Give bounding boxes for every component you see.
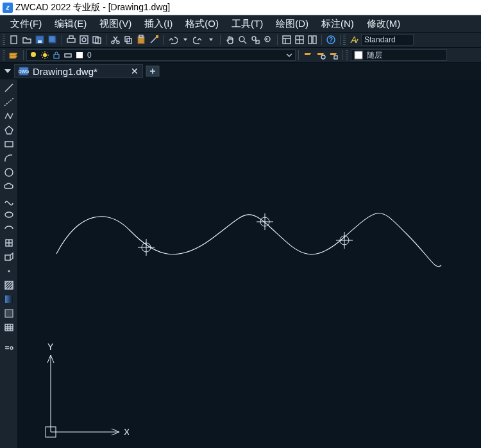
svg-rect-5 (67, 38, 75, 42)
new-tab-button[interactable] (146, 65, 160, 77)
linetype-combo[interactable]: 随层 (351, 49, 447, 61)
copy-button[interactable] (122, 33, 135, 46)
svg-rect-48 (5, 295, 13, 303)
help-button[interactable]: ? (325, 33, 337, 46)
match-props-button[interactable] (148, 33, 160, 46)
svg-point-51 (10, 347, 13, 349)
layer-iso-button[interactable] (314, 49, 327, 62)
document-tab[interactable]: DWG Drawing1.dwg* ✕ (14, 64, 143, 78)
ellipse-arc-tool[interactable] (2, 223, 16, 235)
text-style-field[interactable]: Standard (361, 34, 414, 46)
point-tool[interactable] (2, 265, 16, 277)
svg-point-46 (8, 270, 10, 272)
redo-dropdown[interactable] (205, 33, 217, 46)
layer-prev-button[interactable] (301, 49, 314, 62)
svg-rect-6 (69, 36, 73, 38)
polyline-tool[interactable] (2, 110, 16, 122)
saveas-button[interactable] (46, 33, 59, 46)
svg-point-34 (321, 55, 325, 59)
paste-button[interactable] (135, 33, 148, 46)
region-tool[interactable] (2, 308, 16, 319)
layer-name: 0 (87, 51, 92, 60)
properties-panel-button[interactable] (280, 33, 293, 46)
layer-walk-button[interactable] (327, 49, 340, 62)
circle-tool[interactable] (2, 167, 16, 178)
svg-point-8 (82, 38, 86, 42)
ellipse-tool[interactable] (2, 209, 16, 220)
color-bylayer-icon (354, 51, 363, 60)
polygon-tool[interactable] (2, 124, 16, 136)
layer-properties-button[interactable] (8, 49, 21, 62)
menu-insert[interactable]: 插入(I) (138, 17, 179, 31)
svg-rect-7 (80, 36, 88, 44)
insert-block-tool[interactable] (2, 237, 16, 249)
redo-button[interactable] (192, 33, 205, 46)
line-tool[interactable] (2, 82, 16, 94)
menu-tools[interactable]: 工具(T) (225, 17, 269, 31)
arc-tool[interactable] (2, 153, 16, 164)
menu-dim[interactable]: 标注(N) (315, 17, 360, 31)
layer-combo[interactable]: 0 (26, 49, 296, 61)
zoom-window-button[interactable] (249, 33, 262, 46)
tool-palettes-button[interactable] (306, 33, 319, 46)
layer-toolbar: 0 随层 (0, 47, 481, 63)
zoom-realtime-button[interactable] (236, 33, 249, 46)
tab-close-button[interactable]: ✕ (131, 66, 139, 76)
open-file-button[interactable] (21, 33, 33, 46)
make-block-tool[interactable] (2, 251, 16, 263)
publish-button[interactable] (90, 33, 103, 46)
revcloud-tool[interactable] (2, 181, 16, 192)
toolbar-grip[interactable] (3, 35, 5, 45)
palette-separator (2, 336, 16, 340)
text-style-icon[interactable]: A (348, 33, 361, 46)
svg-text:?: ? (329, 37, 333, 44)
menu-format[interactable]: 格式(O) (179, 17, 225, 31)
palette-tail-icon[interactable] (2, 342, 16, 354)
svg-rect-24 (308, 36, 312, 44)
standard-toolbar: ? A Standard (0, 32, 481, 47)
text-style-value: Standard (364, 35, 396, 44)
svg-point-30 (43, 53, 47, 57)
svg-rect-45 (5, 255, 10, 260)
menu-draw[interactable]: 绘图(D) (269, 17, 315, 31)
svg-rect-0 (11, 36, 17, 44)
toolbar-grip[interactable] (343, 35, 346, 45)
svg-rect-32 (65, 54, 71, 57)
svg-rect-31 (54, 54, 59, 58)
print-preview-button[interactable] (78, 33, 90, 46)
cut-button[interactable] (109, 33, 122, 46)
rectangle-tool[interactable] (2, 138, 16, 150)
design-center-button[interactable] (293, 33, 306, 46)
drawing-canvas[interactable]: Y X (18, 79, 481, 448)
hatch-tool[interactable] (2, 279, 16, 291)
save-button[interactable] (33, 33, 46, 46)
print-button[interactable] (65, 33, 78, 46)
toolbar-grip[interactable] (346, 50, 348, 60)
new-file-button[interactable] (8, 33, 21, 46)
svg-rect-33 (76, 52, 83, 58)
title-bar: z ZWCAD 2022 专业版 - [Drawing1.dwg] (0, 0, 481, 15)
workspace: Y X (0, 79, 481, 448)
tabs-menu-icon[interactable] (4, 67, 12, 75)
dwg-file-icon: DWG (19, 67, 29, 76)
gradient-tool[interactable] (2, 294, 16, 305)
svg-rect-22 (283, 36, 291, 44)
table-tool[interactable] (2, 322, 16, 333)
print-layer-icon (64, 51, 72, 59)
undo-button[interactable] (166, 33, 179, 46)
menu-file[interactable]: 文件(F) (4, 17, 48, 31)
sun-icon (41, 51, 49, 59)
construction-line-tool[interactable] (2, 96, 16, 108)
svg-rect-41 (5, 142, 13, 147)
menu-modify[interactable]: 修改(M) (360, 17, 407, 31)
menu-edit[interactable]: 编辑(E) (48, 17, 93, 31)
bulb-icon (30, 51, 37, 59)
svg-rect-25 (313, 36, 316, 44)
toolbar-grip[interactable] (3, 50, 5, 60)
pan-button[interactable] (223, 33, 236, 46)
menu-view[interactable]: 视图(V) (93, 17, 138, 31)
spline-tool[interactable] (2, 195, 16, 206)
zoom-previous-button[interactable] (262, 33, 274, 46)
draw-palette (0, 79, 18, 448)
undo-dropdown[interactable] (179, 33, 192, 46)
